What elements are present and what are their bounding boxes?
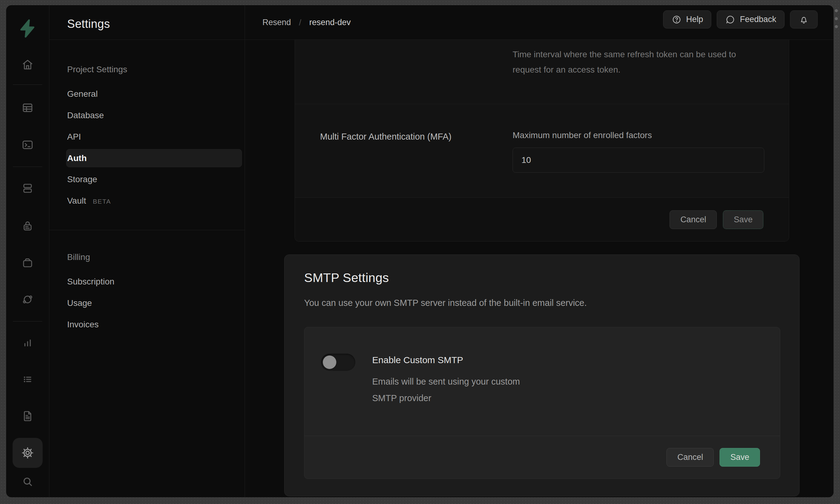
- backdrop-dot: [835, 25, 838, 28]
- help-button[interactable]: Help: [663, 11, 712, 29]
- nav-item-auth[interactable]: Auth: [67, 154, 87, 163]
- enable-custom-smtp-toggle[interactable]: [321, 354, 355, 371]
- backdrop-dot: [835, 17, 838, 20]
- auth-settings-card: Time interval where the same refresh tok…: [295, 40, 789, 241]
- auth-card-footer: Cancel Save: [295, 198, 789, 241]
- app-window: Settings Project Settings General Databa…: [6, 5, 834, 498]
- refresh-token-helper-text: Time interval where the same refresh tok…: [513, 47, 767, 77]
- nav-item-general[interactable]: General: [67, 89, 98, 99]
- supabase-logo-icon[interactable]: [18, 19, 37, 39]
- rail-divider: [13, 85, 42, 85]
- logs-icon[interactable]: [17, 368, 39, 391]
- smtp-settings-description: You can use your own SMTP server instead…: [304, 298, 587, 308]
- mfa-section-label: Multi Factor Authentication (MFA): [320, 132, 451, 142]
- nav-item-invoices[interactable]: Invoices: [67, 320, 99, 329]
- settings-nav-header: Settings: [49, 5, 245, 40]
- reports-icon[interactable]: [17, 332, 39, 354]
- breadcrumb: Resend / resend-dev: [262, 5, 351, 40]
- smtp-settings-title: SMTP Settings: [304, 271, 389, 285]
- project-settings-icon[interactable]: [17, 442, 39, 464]
- nav-active-pill: [66, 149, 242, 167]
- nav-section-project-settings: Project Settings: [67, 65, 127, 74]
- speech-bubble-icon: [725, 14, 735, 25]
- database-icon[interactable]: [17, 177, 39, 199]
- enrolled-factors-input[interactable]: [513, 148, 764, 173]
- header-actions: Help Feedback: [663, 11, 818, 29]
- auth-save-button[interactable]: Save: [723, 210, 764, 229]
- nav-item-subscription[interactable]: Subscription: [67, 277, 114, 287]
- help-circle-icon: [671, 14, 682, 25]
- smtp-cancel-button[interactable]: Cancel: [667, 448, 714, 467]
- main-area: Resend / resend-dev Help Feedback: [245, 5, 834, 497]
- page-title: Settings: [67, 17, 110, 31]
- breadcrumb-separator: /: [299, 18, 301, 28]
- card-divider: [295, 104, 789, 104]
- nav-item-usage[interactable]: Usage: [67, 298, 92, 308]
- breadcrumb-org[interactable]: Resend: [262, 18, 291, 27]
- enable-custom-smtp-description: Emails will be sent using your custom SM…: [372, 373, 544, 406]
- nav-item-vault-label: Vault: [67, 196, 86, 205]
- nav-item-vault[interactable]: VaultBETA: [67, 196, 111, 206]
- help-button-label: Help: [686, 15, 703, 24]
- nav-section-billing: Billing: [67, 252, 90, 262]
- nav-item-storage[interactable]: Storage: [67, 175, 97, 184]
- backdrop-dot: [835, 9, 838, 12]
- authentication-icon[interactable]: [17, 215, 39, 237]
- smtp-save-button[interactable]: Save: [720, 448, 760, 467]
- rail-divider: [13, 166, 42, 167]
- bell-icon: [799, 14, 809, 25]
- home-icon[interactable]: [17, 54, 39, 76]
- search-icon[interactable]: [17, 471, 39, 493]
- feedback-button[interactable]: Feedback: [717, 11, 785, 29]
- breadcrumb-project[interactable]: resend-dev: [309, 18, 351, 27]
- rail-divider: [13, 321, 42, 322]
- api-docs-icon[interactable]: [17, 405, 39, 427]
- sql-editor-icon[interactable]: [17, 134, 39, 156]
- smtp-card-footer: Cancel Save: [305, 436, 780, 479]
- smtp-settings-card: SMTP Settings You can use your own SMTP …: [284, 254, 800, 496]
- enrolled-factors-label: Maximum number of enrolled factors: [513, 130, 652, 140]
- main-header: Resend / resend-dev Help Feedback: [245, 5, 834, 40]
- nav-item-api[interactable]: API: [67, 132, 81, 142]
- settings-scroll-area: Time interval where the same refresh tok…: [245, 40, 834, 497]
- nav-section-divider: [49, 230, 245, 230]
- settings-nav-panel: Settings Project Settings General Databa…: [49, 5, 245, 497]
- enable-custom-smtp-label: Enable Custom SMTP: [372, 355, 463, 365]
- icon-sidebar: [6, 5, 49, 497]
- notifications-button[interactable]: [790, 11, 818, 29]
- auth-cancel-button[interactable]: Cancel: [670, 210, 717, 229]
- storage-icon[interactable]: [17, 252, 39, 274]
- table-editor-icon[interactable]: [17, 97, 39, 119]
- desktop-backdrop: { "colors": { "brand_green": "#2f5f4a", …: [0, 0, 840, 504]
- toggle-knob: [323, 356, 336, 369]
- beta-badge: BETA: [93, 198, 111, 205]
- smtp-form-panel: Enable Custom SMTP Emails will be sent u…: [304, 327, 780, 479]
- feedback-button-label: Feedback: [740, 15, 776, 24]
- nav-item-database[interactable]: Database: [67, 110, 104, 120]
- edge-functions-icon[interactable]: [17, 288, 39, 310]
